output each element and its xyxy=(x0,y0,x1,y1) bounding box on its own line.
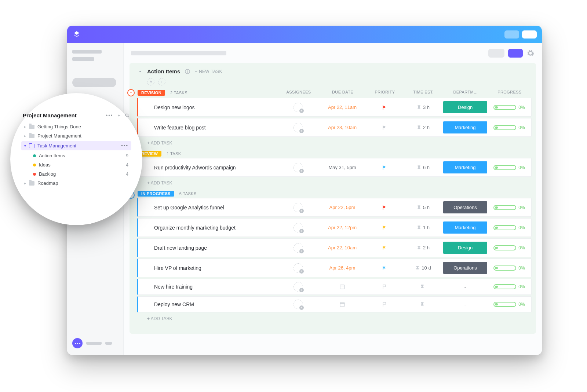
department-tag[interactable]: Design xyxy=(443,101,487,113)
time-estimate[interactable]: 2 h xyxy=(403,245,443,250)
flag-icon xyxy=(382,265,387,271)
due-date[interactable]: Apr 22, 12pm xyxy=(318,225,366,230)
plus-icon[interactable]: + xyxy=(117,113,120,118)
assignee-add-icon[interactable] xyxy=(294,300,303,309)
progress-cell[interactable]: 0% xyxy=(493,225,525,230)
assignee-add-icon[interactable] xyxy=(294,223,303,232)
svg-point-7 xyxy=(125,114,128,116)
task-row[interactable]: Hire VP of marketing Apr 26, 4pm 10 d Op… xyxy=(137,259,532,277)
chat-button[interactable] xyxy=(72,338,83,348)
time-estimate[interactable] xyxy=(403,284,443,289)
flag-outline-icon[interactable] xyxy=(382,284,387,290)
department-tag[interactable]: Marketing xyxy=(443,121,487,133)
gear-icon[interactable] xyxy=(526,49,535,57)
department-tag[interactable]: Marketing xyxy=(443,161,487,173)
toolbar-button[interactable] xyxy=(488,49,504,58)
more-icon[interactable]: ••• xyxy=(106,113,113,118)
time-estimate[interactable]: 1 h xyxy=(403,225,443,230)
assignee-add-icon[interactable] xyxy=(294,203,303,212)
due-date[interactable]: Apr 23, 10am xyxy=(318,125,366,130)
assignee-add-icon[interactable] xyxy=(294,243,303,253)
calendar-icon[interactable] xyxy=(339,283,346,290)
sidebar-list[interactable]: Ideas 4 xyxy=(23,160,130,169)
time-estimate[interactable]: 5 h xyxy=(403,205,443,210)
due-date[interactable] xyxy=(318,283,366,290)
add-task-link[interactable]: + ADD TASK xyxy=(130,312,536,326)
department-tag[interactable]: Operations xyxy=(443,201,487,213)
assignee-add-icon[interactable] xyxy=(294,263,303,273)
priority-cell[interactable] xyxy=(366,225,403,231)
task-title: Deploy new CRM xyxy=(153,301,278,307)
sidebar-folder-active[interactable]: ▾ Task Management ••• xyxy=(21,141,131,150)
assignee-add-icon[interactable] xyxy=(294,103,303,112)
assignee-add-icon[interactable] xyxy=(294,123,303,132)
col-department: DEPARTM… xyxy=(444,90,488,94)
priority-cell[interactable] xyxy=(366,125,403,131)
task-row[interactable]: Write feature blog post Apr 23, 10am 2 h… xyxy=(137,118,532,137)
priority-cell[interactable] xyxy=(366,165,403,171)
due-date[interactable] xyxy=(318,301,366,308)
progress-cell[interactable]: 0% xyxy=(493,125,525,130)
caret-down-icon[interactable] xyxy=(138,69,143,74)
header-pill[interactable] xyxy=(504,30,519,39)
priority-cell[interactable] xyxy=(366,205,403,210)
assignee-placeholder-icon[interactable]: + xyxy=(158,78,165,85)
sidebar-list[interactable]: Backlog 4 xyxy=(23,169,130,179)
assignee-add-icon[interactable] xyxy=(294,163,303,172)
sidebar-folder[interactable]: ▸Roadmap xyxy=(23,179,130,188)
add-task-link[interactable]: + ADD TASK xyxy=(130,177,536,191)
task-row[interactable]: Draft new landing page Apr 22, 10am 2 h … xyxy=(137,238,532,257)
time-estimate[interactable]: 10 d xyxy=(403,265,443,271)
time-estimate[interactable]: 6 h xyxy=(403,165,443,170)
task-row[interactable]: Organize monthly marketing budget Apr 22… xyxy=(137,218,532,237)
header-pill-solid[interactable] xyxy=(522,30,537,39)
info-icon[interactable] xyxy=(185,69,190,74)
task-count: 2 TASKS xyxy=(170,91,187,95)
new-task-link[interactable]: + NEW TASK xyxy=(195,69,222,74)
task-row[interactable]: Deploy new CRM - 0% xyxy=(137,296,532,312)
priority-cell[interactable] xyxy=(366,245,403,251)
department-tag[interactable]: Operations xyxy=(443,262,487,274)
time-estimate[interactable]: 2 h xyxy=(403,125,443,130)
priority-cell[interactable] xyxy=(366,265,403,271)
task-row[interactable]: New hire training - 0% xyxy=(137,279,532,295)
department-tag[interactable]: Marketing xyxy=(443,221,487,234)
sidebar-folder[interactable]: ▸Project Management xyxy=(23,131,130,140)
progress-cell[interactable]: 0% xyxy=(493,284,525,289)
due-date[interactable]: Apr 22, 10am xyxy=(318,245,366,250)
sidebar-folder[interactable]: ▸Getting Things Done xyxy=(23,122,130,131)
sidebar-list[interactable]: Action Items 9 xyxy=(23,151,130,160)
progress-cell[interactable]: 0% xyxy=(493,205,525,210)
time-estimate[interactable] xyxy=(403,302,443,307)
due-date[interactable]: Apr 22, 11am xyxy=(318,105,366,110)
due-date[interactable]: Apr 22, 5pm xyxy=(318,205,366,210)
priority-cell[interactable] xyxy=(366,284,403,290)
toolbar-button-primary[interactable] xyxy=(508,49,523,58)
due-date[interactable]: May 31, 5pm xyxy=(318,165,366,170)
department-tag[interactable]: Design xyxy=(443,242,487,254)
priority-cell[interactable] xyxy=(366,105,403,110)
status-chip[interactable]: IN PROGRESS xyxy=(138,191,174,197)
task-row[interactable]: Set up Google Analytics funnel Apr 22, 5… xyxy=(137,198,532,217)
calendar-icon[interactable] xyxy=(339,301,346,308)
flag-placeholder-icon[interactable]: ⚑ xyxy=(147,78,154,85)
add-task-link[interactable]: + ADD TASK xyxy=(130,137,536,151)
time-estimate[interactable]: 3 h xyxy=(403,105,443,110)
due-date[interactable]: Apr 26, 4pm xyxy=(318,265,366,271)
task-row[interactable]: Run productivity Adwords campaign May 31… xyxy=(137,158,532,177)
task-row[interactable]: Design new logos Apr 22, 11am 3 h Design… xyxy=(137,98,532,117)
progress-cell[interactable]: 0% xyxy=(493,165,525,170)
more-icon[interactable]: ••• xyxy=(121,143,128,149)
search-icon[interactable] xyxy=(125,113,130,118)
status-chip[interactable]: REVISION xyxy=(138,90,165,96)
priority-cell[interactable] xyxy=(366,301,403,307)
progress-cell[interactable]: 0% xyxy=(493,245,525,250)
progress-cell[interactable]: 0% xyxy=(493,105,525,110)
flag-outline-icon[interactable] xyxy=(382,301,387,307)
progress-cell[interactable]: 0% xyxy=(493,302,525,307)
flag-icon xyxy=(382,125,387,131)
progress-cell[interactable]: 0% xyxy=(493,265,525,271)
assignee-add-icon[interactable] xyxy=(294,282,303,292)
status-group: IN PROGRESS 6 TASKS Set up Google Analyt… xyxy=(130,191,536,326)
sidebar-search[interactable] xyxy=(72,78,116,87)
